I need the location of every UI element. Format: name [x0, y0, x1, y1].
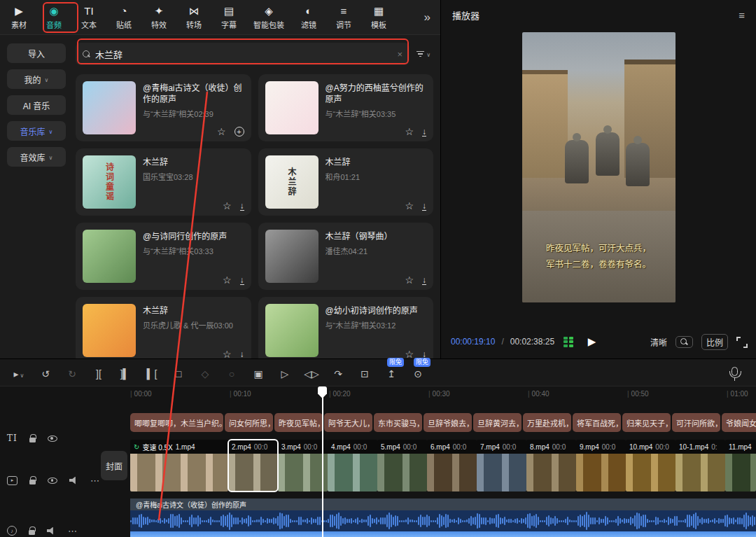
- tab-素材[interactable]: ▶素材: [1, 5, 36, 30]
- speaker-icon[interactable]: [69, 477, 78, 484]
- music-card[interactable]: @幼小初诗词创作的原声与“木兰辞”相关03:12☆↓: [258, 297, 434, 358]
- lock-icon[interactable]: [29, 530, 35, 535]
- favorite-icon[interactable]: ☆: [217, 127, 226, 137]
- frame-grid-icon[interactable]: [564, 337, 573, 347]
- search-box[interactable]: ×: [76, 43, 410, 65]
- sidebar-item-音乐库[interactable]: 音乐库∨: [7, 121, 66, 141]
- delete-icon[interactable]: □: [165, 365, 192, 379]
- tab-滤镜[interactable]: ◐滤镜: [291, 5, 326, 30]
- sidebar-item-我的[interactable]: 我的∨: [7, 69, 66, 89]
- eye-icon[interactable]: [48, 435, 57, 442]
- subtitle-segment[interactable]: 旦辞黄河去，: [473, 413, 522, 432]
- audio-clip[interactable]: @青梅ai古诗文（收徒）创作的原声: [130, 498, 756, 537]
- favorite-icon[interactable]: ☆: [405, 127, 414, 137]
- music-card[interactable]: @青梅ai古诗文（收徒）创作的原声与“木兰辞”相关02:39☆+: [76, 74, 251, 141]
- subtitle-segment[interactable]: 唧唧复唧唧，木兰当户织。: [130, 413, 223, 432]
- tab-音频[interactable]: ◉音频: [36, 5, 71, 30]
- subtitle-segment[interactable]: 旦辞爷娘去，: [424, 413, 472, 432]
- subtitle-segment[interactable]: 万里赴戎机，: [523, 413, 571, 432]
- video-clip[interactable]: 6.mp400:0: [427, 440, 477, 491]
- favorite-icon[interactable]: ☆: [405, 275, 414, 285]
- trim-right-icon[interactable]: ▍[: [139, 365, 165, 379]
- clarity-button[interactable]: 清晰: [650, 336, 667, 348]
- tab-转场[interactable]: ⋈转场: [176, 5, 211, 30]
- filter-button[interactable]: ∨: [416, 51, 433, 57]
- sidebar-item-AI 音乐[interactable]: AI 音乐: [7, 95, 66, 115]
- subtitle-segment[interactable]: 爷娘闻女来，: [722, 413, 756, 432]
- music-card[interactable]: 木兰辞木兰辞和舟01:21☆↓: [258, 148, 434, 216]
- download-icon[interactable]: ↓: [422, 202, 426, 211]
- subtitle-segment[interactable]: 可汗问所欲，: [672, 413, 720, 432]
- add-to-track-icon[interactable]: +: [234, 127, 244, 137]
- eye-icon[interactable]: [48, 477, 57, 484]
- search-input[interactable]: [95, 49, 393, 60]
- music-card[interactable]: @与诗同行创作的原声与“木兰辞”相关03:33☆↓: [76, 223, 251, 290]
- more-options-icon[interactable]: ⋯: [68, 526, 78, 536]
- lock-icon[interactable]: [29, 438, 36, 442]
- mask-icon[interactable]: ◇: [192, 365, 218, 379]
- video-clip[interactable]: 3.mp400:0: [278, 440, 328, 491]
- undo-icon[interactable]: ↺: [32, 365, 59, 379]
- select-tool-icon[interactable]: ▸∨: [6, 365, 32, 379]
- mirror-icon[interactable]: ◁▷: [298, 365, 325, 379]
- pip-icon[interactable]: ▣: [245, 365, 272, 379]
- microphone-icon[interactable]: [732, 367, 738, 376]
- subtitle-segment[interactable]: 东市买骏马，: [374, 413, 422, 432]
- preview-play-icon[interactable]: ▷: [272, 365, 298, 379]
- play-button[interactable]: ▶: [588, 335, 596, 348]
- favorite-icon[interactable]: ☆: [405, 349, 414, 358]
- player-menu-icon[interactable]: ≡: [738, 9, 745, 21]
- music-card[interactable]: 木兰辞（钢琴曲）潘佳杰04:21☆↓: [258, 223, 434, 290]
- fullscreen-icon[interactable]: [736, 337, 746, 347]
- video-clip[interactable]: 4.mp400:0: [328, 440, 377, 491]
- download-icon[interactable]: ↓: [240, 350, 244, 359]
- rotate-icon[interactable]: ↷: [325, 365, 351, 379]
- tab-文本[interactable]: TI文本: [71, 5, 106, 30]
- music-card[interactable]: 木兰辞贝乐虎儿歌 & 代一辰03:00☆↓: [76, 297, 251, 358]
- expand-panel-icon[interactable]: »: [416, 11, 439, 25]
- music-card[interactable]: @A努力的西柚蓝兮创作的原声与“木兰辞”相关03:35☆↓: [258, 74, 434, 141]
- video-clip[interactable]: 10-1.mp40:: [676, 440, 725, 491]
- video-clip[interactable]: 11.mp4: [725, 440, 756, 491]
- music-card[interactable]: 诗词童谣木兰辞国乐宝宝03:28☆↓: [76, 148, 251, 216]
- speaker-icon[interactable]: [47, 527, 56, 535]
- download-icon[interactable]: ↓: [240, 276, 244, 285]
- subtitle-segment[interactable]: 昨夜见军帖，: [274, 413, 323, 432]
- subtitle-segment[interactable]: 阿爷无大儿，: [324, 413, 372, 432]
- favorite-icon[interactable]: ☆: [405, 201, 414, 211]
- tab-特效[interactable]: ✦特效: [141, 5, 176, 30]
- subtitle-segment[interactable]: 问女何所思，: [225, 413, 273, 432]
- export-clip-icon[interactable]: ↥限免: [378, 365, 405, 379]
- split-icon[interactable]: ][: [85, 365, 112, 379]
- tab-贴纸[interactable]: ◔贴纸: [106, 5, 141, 30]
- sidebar-item-导入[interactable]: 导入: [7, 43, 66, 63]
- subtitle-segment[interactable]: 将军百战死，: [573, 413, 621, 432]
- download-icon[interactable]: ↓: [422, 127, 426, 137]
- favorite-icon[interactable]: ☆: [223, 275, 232, 285]
- video-clip[interactable]: 2.mp400:0: [228, 440, 278, 491]
- tab-字幕[interactable]: ▤字幕: [211, 5, 246, 30]
- record-icon[interactable]: ⊙限免: [405, 365, 431, 379]
- favorite-icon[interactable]: ☆: [223, 349, 232, 358]
- trim-left-icon[interactable]: ]▍: [112, 365, 139, 379]
- crop-icon[interactable]: ⊡: [351, 365, 378, 379]
- download-icon[interactable]: ↓: [240, 202, 244, 211]
- video-clip[interactable]: 7.mp400:0: [477, 440, 526, 491]
- video-clip[interactable]: 10.mp400:0: [626, 440, 676, 491]
- clear-search-icon[interactable]: ×: [398, 49, 403, 60]
- tab-调节[interactable]: ≡调节: [326, 5, 361, 30]
- chroma-key-icon[interactable]: ○: [218, 365, 245, 379]
- video-clip[interactable]: 9.mp400:0: [576, 440, 626, 491]
- subtitle-segment[interactable]: 归来见天子，: [622, 413, 671, 432]
- favorite-icon[interactable]: ☆: [223, 201, 232, 211]
- sidebar-item-音效库[interactable]: 音效库∨: [7, 147, 66, 167]
- tab-智能包装[interactable]: ◈智能包装: [246, 5, 291, 30]
- cover-button[interactable]: 封面: [101, 451, 127, 480]
- tab-模板[interactable]: ▦模板: [361, 5, 396, 30]
- lock-icon[interactable]: [29, 480, 36, 484]
- download-icon[interactable]: ↓: [422, 276, 426, 285]
- video-clip[interactable]: 8.mp400:0: [526, 440, 576, 491]
- ratio-button[interactable]: 比例: [701, 334, 728, 350]
- video-clip[interactable]: ↻变速 0.5X1.mp4: [130, 440, 228, 491]
- zoom-fit-button[interactable]: [676, 336, 693, 348]
